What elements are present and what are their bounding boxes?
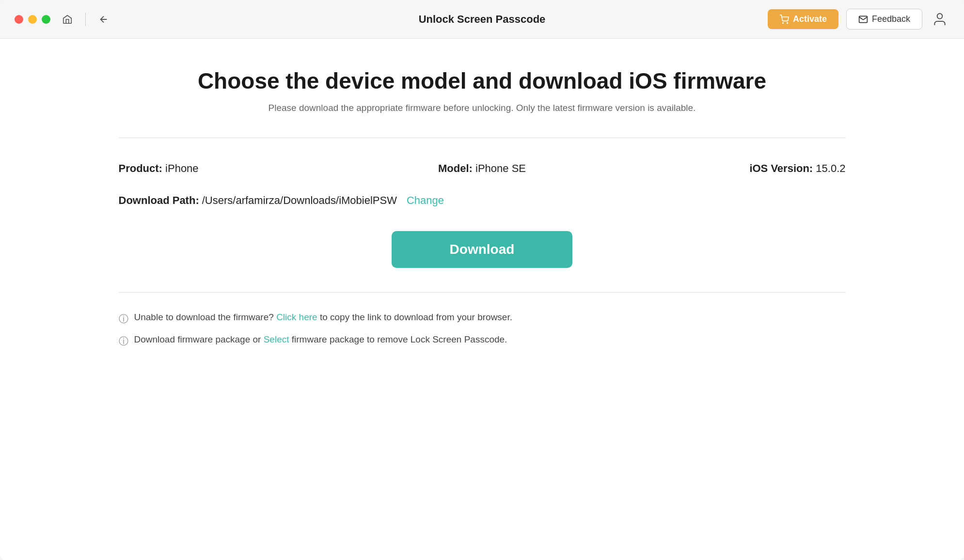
window-controls: [15, 15, 50, 24]
help-icon-1: ⓘ: [119, 312, 128, 326]
cart-icon: [779, 15, 789, 24]
back-button[interactable]: [96, 12, 111, 27]
svg-point-0: [783, 22, 784, 23]
user-icon: [932, 12, 948, 27]
title-bar-right: Activate Feedback: [768, 9, 949, 30]
ios-version-value: 15.0.2: [816, 162, 845, 174]
product-label: Product:: [119, 162, 162, 174]
feedback-button[interactable]: Feedback: [846, 9, 922, 30]
click-here-link[interactable]: Click here: [276, 312, 317, 322]
help-icon-2: ⓘ: [119, 335, 128, 348]
model-label: Model:: [438, 162, 473, 174]
nav-controls: [60, 12, 111, 27]
device-info-row: Product: iPhone Model: iPhone SE iOS Ver…: [119, 162, 846, 175]
nav-divider: [85, 13, 86, 26]
ios-version-info: iOS Version: 15.0.2: [603, 162, 846, 175]
info-section: Product: iPhone Model: iPhone SE iOS Ver…: [119, 162, 846, 207]
help-item-1: ⓘ Unable to download the firmware? Click…: [119, 312, 846, 326]
user-button[interactable]: [930, 10, 949, 29]
ios-version-label: iOS Version:: [749, 162, 813, 174]
help-text-1: Unable to download the firmware? Click h…: [134, 312, 512, 323]
minimize-button[interactable]: [28, 15, 37, 24]
home-button[interactable]: [60, 12, 75, 27]
help-text-2: Download firmware package or Select firm…: [134, 334, 507, 345]
svg-point-1: [787, 22, 788, 23]
app-window: Unlock Screen Passcode Activate Feedback: [0, 0, 964, 560]
select-link[interactable]: Select: [264, 334, 289, 344]
activate-button[interactable]: Activate: [768, 9, 838, 29]
close-button[interactable]: [15, 15, 23, 24]
help-item-2: ⓘ Download firmware package or Select fi…: [119, 334, 846, 348]
product-info: Product: iPhone: [119, 162, 361, 175]
model-info: Model: iPhone SE: [361, 162, 603, 175]
download-path-row: Download Path: /Users/arfamirza/Download…: [119, 194, 846, 207]
product-value: iPhone: [165, 162, 199, 174]
download-path-value: /Users/arfamirza/Downloads/iMobielPSW: [202, 194, 397, 207]
mail-icon: [858, 15, 868, 24]
main-subtitle: Please download the appropriate firmware…: [198, 103, 766, 113]
change-link[interactable]: Change: [407, 194, 444, 207]
title-bar: Unlock Screen Passcode Activate Feedback: [0, 0, 964, 39]
bottom-divider: [119, 292, 846, 293]
help-section: ⓘ Unable to download the firmware? Click…: [119, 312, 846, 357]
main-content: Choose the device model and download iOS…: [0, 39, 964, 560]
maximize-button[interactable]: [42, 15, 50, 24]
model-value: iPhone SE: [475, 162, 526, 174]
download-btn-wrapper: Download: [392, 231, 573, 268]
main-title: Choose the device model and download iOS…: [198, 68, 766, 94]
download-button[interactable]: Download: [392, 231, 573, 268]
top-divider: [119, 138, 846, 138]
svg-point-2: [937, 14, 943, 19]
page-title: Unlock Screen Passcode: [419, 13, 546, 26]
page-header: Choose the device model and download iOS…: [198, 68, 766, 113]
download-path-label: Download Path:: [119, 194, 199, 207]
